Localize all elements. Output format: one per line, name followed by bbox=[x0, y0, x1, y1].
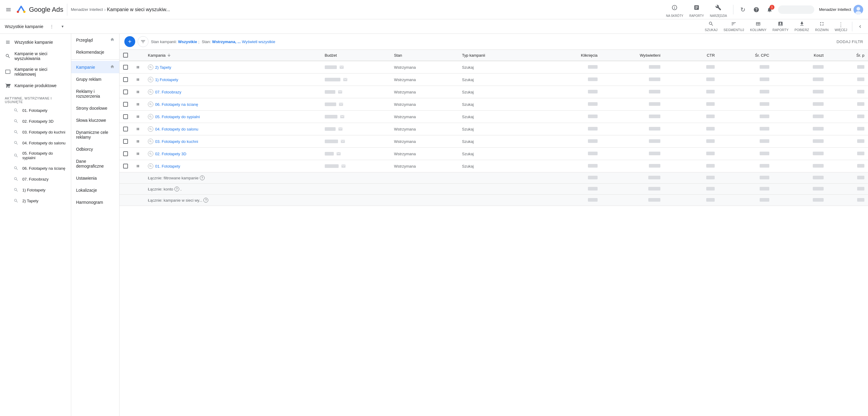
sidebar-sub-item-1a[interactable]: 1) Fototapety bbox=[0, 184, 71, 195]
sidebar-item-all-campaigns[interactable]: Wszystkie kampanie bbox=[0, 36, 71, 48]
row-checkbox-8[interactable] bbox=[123, 164, 128, 169]
middle-item-ad_groups[interactable]: Grupy reklam bbox=[71, 73, 119, 85]
pause-icon-7[interactable] bbox=[135, 151, 141, 157]
td-status-4: Wstrzymana bbox=[390, 111, 458, 123]
th-type[interactable]: Typ kampanii bbox=[459, 50, 540, 61]
th-cost[interactable]: Koszt bbox=[773, 50, 827, 61]
filter-show-all[interactable]: Wyświetl wszystkie bbox=[242, 39, 275, 44]
th-ctr[interactable]: CTR bbox=[664, 50, 718, 61]
impressions-bar-3 bbox=[649, 102, 660, 106]
th-campaign[interactable]: Kampania bbox=[144, 50, 321, 61]
sidebar-sub-item-2a[interactable]: 2) Tapety bbox=[0, 195, 71, 206]
row-checkbox-6[interactable] bbox=[123, 139, 128, 144]
campaign-name-link-6[interactable]: 03. Fototapety do kuchni bbox=[155, 139, 198, 144]
row-checkbox-2[interactable] bbox=[123, 90, 128, 94]
row-checkbox-4[interactable] bbox=[123, 114, 128, 119]
segment-toolbar-button[interactable]: SEGMENTUJ bbox=[721, 21, 746, 32]
all-campaigns-more-button[interactable]: ⋮ bbox=[47, 22, 57, 31]
th-status[interactable]: Stan bbox=[390, 50, 458, 61]
campaign-name-link-0[interactable]: 2) Tapety bbox=[155, 65, 171, 70]
row-checkbox-0[interactable] bbox=[123, 65, 128, 70]
breadcrumb-manager[interactable]: Menadżer Intellect bbox=[71, 7, 103, 12]
select-all-checkbox[interactable] bbox=[123, 53, 128, 58]
summary-clicks-bar-search bbox=[588, 198, 597, 202]
middle-item-ads[interactable]: Reklamy i rozszerzenia bbox=[71, 85, 119, 102]
help-icon-account[interactable]: ? bbox=[175, 186, 179, 192]
columns-toolbar-button[interactable]: KOLUMNY bbox=[748, 21, 769, 32]
sidebar-item-display-campaigns[interactable]: Kampanie w sieci reklamowej bbox=[0, 64, 71, 79]
middle-item-audiences[interactable]: Odbiorcy bbox=[71, 143, 119, 155]
campaign-name-link-8[interactable]: 01. Fototapety bbox=[155, 164, 180, 169]
middle-item-landing[interactable]: Strony docelowe bbox=[71, 102, 119, 114]
sidebar-sub-item-06[interactable]: 06. Fototapety na ścianę bbox=[0, 163, 71, 174]
td-avg-cpc-7 bbox=[718, 148, 773, 160]
middle-item-campaigns[interactable]: Kampanie bbox=[71, 61, 119, 73]
pause-icon-4[interactable] bbox=[135, 114, 141, 119]
middle-item-schedule[interactable]: Harmonogram bbox=[71, 196, 119, 208]
sidebar-sub-item-03[interactable]: 03. Fototapety do kuchni bbox=[0, 127, 71, 137]
collapse-button[interactable] bbox=[855, 21, 866, 32]
campaign-name-link-3[interactable]: 06. Fototapety na ścianę bbox=[155, 102, 198, 107]
hamburger-menu[interactable] bbox=[2, 4, 14, 16]
sidebar-sub-item-04[interactable]: 04. Fototapety do salonu bbox=[0, 137, 71, 148]
notifications-button[interactable]: 1 bbox=[764, 4, 776, 16]
search-toolbar-button[interactable]: SZUKAJ bbox=[702, 21, 720, 32]
shortcuts-button[interactable]: NA SKRÓTY bbox=[664, 1, 686, 18]
sidebar-sub-item-05[interactable]: 05. Fototapety do sypialni bbox=[0, 148, 71, 163]
middle-item-recommendations[interactable]: Rekomendacje bbox=[71, 46, 119, 58]
sidebar-item-search-campaigns[interactable]: Kampanie w sieci wyszukiwania bbox=[0, 48, 71, 64]
campaign-name-link-5[interactable]: 04. Fototapety do salonu bbox=[155, 127, 198, 132]
campaign-name-link-2[interactable]: 07. Fotoobrazy bbox=[155, 90, 181, 94]
middle-item-keywords[interactable]: Słowa kluczowe bbox=[71, 114, 119, 126]
campaign-name-link-4[interactable]: 05. Fototapety do sypialni bbox=[155, 114, 200, 119]
pause-icon-2[interactable] bbox=[135, 89, 141, 95]
search-sub-icon bbox=[13, 129, 19, 135]
pause-icon-5[interactable] bbox=[135, 126, 141, 132]
middle-item-demographics[interactable]: Dane demograficzne bbox=[71, 155, 119, 172]
row-checkbox-5[interactable] bbox=[123, 127, 128, 132]
middle-collapse-button[interactable] bbox=[119, 219, 120, 231]
middle-item-overview[interactable]: Przegląd bbox=[71, 34, 119, 46]
middle-item-locations[interactable]: Lokalizacje bbox=[71, 184, 119, 196]
all-campaigns-button[interactable]: Wszystkie kampanie bbox=[2, 23, 46, 30]
expand-toolbar-button[interactable]: ROZWIN bbox=[813, 21, 831, 32]
help-icon-search[interactable]: ? bbox=[204, 198, 208, 203]
pause-icon-0[interactable] bbox=[135, 65, 141, 70]
pause-icon-8[interactable] bbox=[135, 163, 141, 169]
refresh-button[interactable]: ↻ bbox=[737, 4, 749, 16]
download-toolbar-button[interactable]: POBIERZ bbox=[792, 21, 812, 32]
more-toolbar-button[interactable]: ⋮ WIĘCEJ bbox=[832, 22, 849, 32]
campaign-name-link-7[interactable]: 02. Fototapety 3D bbox=[155, 152, 186, 156]
user-menu[interactable]: Menadżer Intellect bbox=[817, 5, 866, 14]
sidebar-sub-item-02[interactable]: 02. Fototapety 3D bbox=[0, 116, 71, 127]
pause-icon-1[interactable] bbox=[135, 77, 141, 82]
th-budget[interactable]: Budżet bbox=[321, 50, 391, 61]
avg-cpc-bar-2 bbox=[760, 90, 769, 94]
middle-item-settings[interactable]: Ustawienia bbox=[71, 172, 119, 184]
add-filter-button[interactable]: DODAJ FILTR bbox=[837, 39, 863, 44]
sidebar-sub-item-07[interactable]: 07. Fotoobrazy bbox=[0, 174, 71, 184]
sidebar-item-shopping-campaigns[interactable]: Kampanie produktowe bbox=[0, 79, 71, 92]
th-impressions[interactable]: Wyświetleni bbox=[601, 50, 664, 61]
summary-row-account: Łącznie: konto ? . bbox=[120, 183, 868, 195]
help-icon-filtered[interactable]: ? bbox=[200, 175, 205, 180]
pause-icon-3[interactable] bbox=[135, 102, 141, 107]
sidebar-sub-item-01[interactable]: 01. Fototapety bbox=[0, 105, 71, 116]
filter-button[interactable] bbox=[137, 36, 149, 47]
row-checkbox-3[interactable] bbox=[123, 102, 128, 107]
th-avg-p[interactable]: Śr. p bbox=[827, 50, 868, 61]
th-avg-cpc[interactable]: Śr. CPC bbox=[718, 50, 773, 61]
help-button[interactable] bbox=[750, 4, 763, 16]
th-clicks[interactable]: Kliknięcia bbox=[540, 50, 601, 61]
middle-item-dynamic[interactable]: Dynamiczne cele reklamy bbox=[71, 126, 119, 143]
pause-icon-6[interactable] bbox=[135, 139, 141, 144]
search-bar[interactable] bbox=[778, 5, 814, 14]
tools-button[interactable]: NARZĘDZIA bbox=[707, 1, 730, 18]
row-checkbox-1[interactable] bbox=[123, 77, 128, 82]
reports-nav-button[interactable]: RAPORTY bbox=[687, 1, 706, 18]
reports-toolbar-button[interactable]: RAPORTY bbox=[770, 21, 791, 32]
add-item-button[interactable]: + bbox=[124, 36, 135, 47]
campaign-name-link-1[interactable]: 1) Fototapety bbox=[155, 77, 178, 82]
row-checkbox-7[interactable] bbox=[123, 151, 128, 156]
dropdown-button[interactable]: ▾ bbox=[58, 22, 68, 31]
